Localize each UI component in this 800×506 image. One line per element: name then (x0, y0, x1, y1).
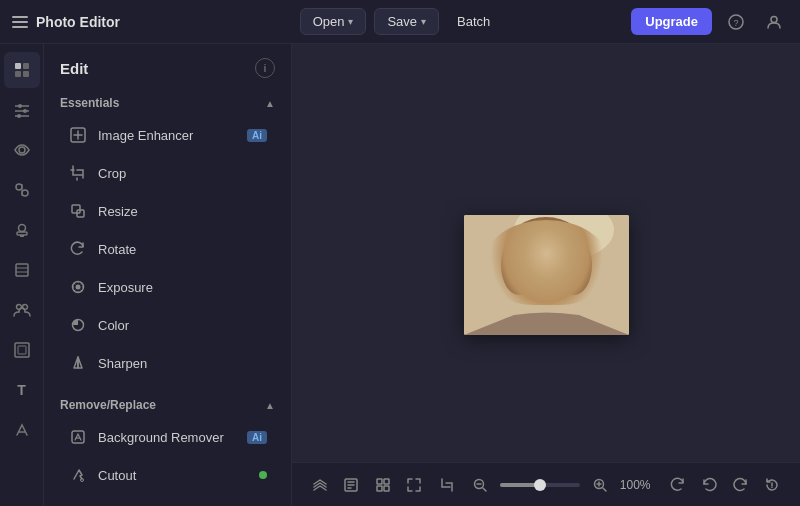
history-icon[interactable] (340, 471, 364, 499)
nav-text-icon[interactable]: T (4, 372, 40, 408)
topbar-right: Upgrade ? (628, 8, 788, 36)
remove-replace-chevron[interactable]: ▲ (265, 400, 275, 411)
svg-rect-53 (538, 288, 554, 293)
svg-rect-25 (15, 343, 29, 357)
nav-frame-icon[interactable] (4, 332, 40, 368)
zoom-in-button[interactable] (586, 471, 614, 499)
fit-icon[interactable] (403, 471, 427, 499)
essentials-chevron[interactable]: ▲ (265, 98, 275, 109)
svg-point-15 (22, 190, 28, 196)
nav-effects-icon[interactable] (4, 172, 40, 208)
svg-rect-18 (17, 232, 27, 235)
svg-rect-6 (23, 71, 29, 77)
svg-rect-26 (18, 346, 26, 354)
svg-point-43 (514, 215, 614, 260)
hamburger-menu-icon[interactable] (12, 16, 28, 28)
layers-bottom-icon[interactable] (308, 471, 332, 499)
svg-point-2 (771, 16, 777, 22)
main-area: T Edit i Essentials ▲ Image (0, 44, 800, 506)
svg-line-69 (483, 488, 486, 491)
exposure-icon (68, 277, 88, 297)
cutout-icon (68, 465, 88, 485)
svg-point-8 (18, 104, 22, 108)
canvas-area: 100% (292, 44, 800, 506)
user-icon (766, 14, 782, 30)
sharpen-icon (68, 353, 88, 373)
profile-button[interactable] (760, 8, 788, 36)
resize-icon (68, 201, 88, 221)
question-mark-icon: ? (728, 14, 744, 30)
nav-edit-icon[interactable] (4, 52, 40, 88)
nav-layers-icon[interactable] (4, 252, 40, 288)
zoom-slider[interactable] (500, 483, 580, 487)
menu-item-crop[interactable]: Crop (52, 155, 283, 191)
dot-badge-cutout (259, 471, 267, 479)
upgrade-button[interactable]: Upgrade (631, 8, 712, 35)
nav-extra-icon[interactable] (4, 412, 40, 448)
nav-stamp-icon[interactable] (4, 212, 40, 248)
ai-badge-bg-remover: Ai (247, 431, 267, 444)
menu-item-obj-eraser[interactable]: Object Eraser Ai (52, 495, 283, 506)
svg-point-50 (554, 263, 564, 271)
menu-item-cutout[interactable]: Cutout (52, 457, 283, 493)
crop-bottom-icon[interactable] (434, 471, 458, 499)
svg-rect-64 (384, 479, 389, 484)
nav-view-icon[interactable] (4, 132, 40, 168)
svg-point-33 (76, 285, 81, 290)
essentials-label: Essentials (60, 96, 119, 110)
nav-people-icon[interactable] (4, 292, 40, 328)
svg-point-14 (16, 184, 22, 190)
save-button[interactable]: Save ▾ (374, 8, 439, 35)
remove-replace-label: Remove/Replace (60, 398, 156, 412)
side-panel: Edit i Essentials ▲ Image Enhancer Ai (44, 44, 292, 506)
info-icon[interactable]: i (255, 58, 275, 78)
menu-item-resize[interactable]: Resize (52, 193, 283, 229)
svg-point-57 (552, 253, 556, 257)
zoom-out-button[interactable] (466, 471, 494, 499)
menu-item-rotate[interactable]: Rotate (52, 231, 283, 267)
remove-replace-section-header: Remove/Replace ▲ (44, 390, 291, 418)
svg-point-56 (561, 275, 577, 285)
crop-label: Crop (98, 166, 267, 181)
bg-remover-label: Background Remover (98, 430, 237, 445)
exposure-label: Exposure (98, 280, 267, 295)
ai-badge-image-enhancer: Ai (247, 129, 267, 142)
svg-rect-19 (20, 235, 24, 237)
image-enhancer-label: Image Enhancer (98, 128, 237, 143)
menu-item-exposure[interactable]: Exposure (52, 269, 283, 305)
open-button[interactable]: Open ▾ (300, 8, 367, 35)
nav-adjustments-icon[interactable] (4, 92, 40, 128)
svg-rect-41 (464, 215, 629, 335)
zoom-control: 100% (466, 471, 658, 499)
batch-button[interactable]: Batch (447, 9, 500, 34)
svg-point-37 (81, 479, 84, 482)
svg-rect-66 (384, 486, 389, 491)
app-title: Photo Editor (36, 14, 120, 30)
color-label: Color (98, 318, 267, 333)
svg-line-73 (603, 488, 606, 491)
svg-point-47 (556, 235, 592, 295)
undo-button[interactable] (697, 471, 721, 499)
svg-rect-30 (72, 205, 80, 213)
cutout-label: Cutout (98, 468, 249, 483)
svg-point-17 (18, 225, 25, 232)
menu-item-bg-remover[interactable]: Background Remover Ai (52, 419, 283, 455)
svg-point-52 (556, 264, 562, 270)
svg-point-46 (501, 235, 537, 295)
refresh-icon[interactable] (666, 471, 690, 499)
photo-svg (464, 215, 629, 335)
topbar: Photo Editor Open ▾ Save ▾ Batch Upgrade… (0, 0, 800, 44)
svg-rect-42 (464, 215, 629, 335)
svg-rect-65 (377, 486, 382, 491)
svg-point-48 (518, 241, 574, 305)
menu-item-sharpen[interactable]: Sharpen (52, 345, 283, 381)
svg-rect-5 (15, 71, 21, 77)
redo-button[interactable] (729, 471, 753, 499)
help-button[interactable]: ? (722, 8, 750, 36)
menu-item-color[interactable]: Color (52, 307, 283, 343)
menu-item-image-enhancer[interactable]: Image Enhancer Ai (52, 117, 283, 153)
crop-icon (68, 163, 88, 183)
grid-icon[interactable] (371, 471, 395, 499)
history-back-icon[interactable] (760, 471, 784, 499)
svg-point-10 (23, 109, 27, 113)
